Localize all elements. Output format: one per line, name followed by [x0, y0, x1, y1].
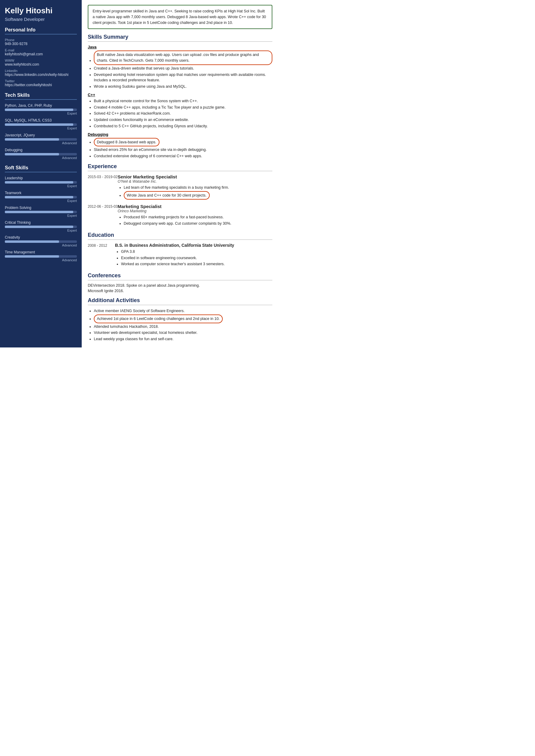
- skill-bar-bg: [5, 181, 77, 183]
- bullet-item: Created a Java-driven website that serve…: [94, 66, 272, 71]
- candidate-name: Kelly Hitoshi: [5, 6, 77, 15]
- activity-item: Volunteer web development specialist, lo…: [94, 330, 272, 336]
- exp-date: 2015-03 - 2019-02: [88, 174, 118, 201]
- additional-activities-title: Additional Activities: [88, 297, 272, 305]
- bullet-list: Built native Java data visualization web…: [88, 50, 272, 90]
- activity-item: Achieved 1st place in 6 LeetCode coding …: [94, 314, 272, 323]
- soft-skills-heading: Soft Skills: [5, 165, 77, 172]
- skill-bar-fill: [5, 138, 59, 141]
- edu-date: 2008 - 2012: [88, 243, 115, 268]
- personal-info-phone: Phone 949-300-9278: [5, 38, 77, 46]
- bullet-item: Built native Java data visualization web…: [94, 50, 272, 65]
- bullet-item: Excelled in software engineering coursew…: [121, 255, 272, 261]
- skill-bar-fill: [5, 226, 73, 228]
- skills-summary-content: Java Built native Java data visualizatio…: [88, 45, 272, 159]
- tech-skills-heading: Tech Skills: [5, 93, 77, 100]
- activity-item: Attended lumohacks Hackathon, 2018.: [94, 324, 272, 330]
- experience-title: Experience: [88, 163, 272, 171]
- main-content: Entry-level programmer skilled in Java a…: [82, 0, 278, 347]
- skill-bar-bg: [5, 123, 77, 126]
- personal-info-twitter: Twitter https://twitter.com/kellyhitoshi: [5, 79, 77, 87]
- bullet-item: Debugged company web app. Cut customer c…: [124, 221, 272, 227]
- highlighted-bullet: Wrote Java and C++ code for 30 client pr…: [124, 191, 210, 200]
- tech-skill-item: Python, Java, C#, PHP, Ruby Expert: [5, 103, 77, 115]
- bullet-item: Worked as computer science teacher's ass…: [121, 261, 272, 267]
- soft-skill-item: Teamwork Expert: [5, 191, 77, 202]
- bullet-item: Created 4 mobile C++ apps, including a T…: [94, 105, 272, 110]
- skill-bar-fill: [5, 196, 73, 198]
- exp-title: Marketing Specialist: [118, 204, 272, 209]
- activity-item: Lead weekly yoga classes for fun and sel…: [94, 336, 272, 342]
- highlighted-bullet: Debugged 8 Java-based web apps.: [94, 138, 159, 147]
- skill-bar-bg: [5, 240, 77, 243]
- tech-skill-item: Debugging Advanced: [5, 148, 77, 160]
- skill-bar-bg: [5, 153, 77, 155]
- soft-skill-item: Leadership Expert: [5, 176, 77, 188]
- bullet-item: Led team of five marketing specialists i…: [124, 185, 272, 191]
- personal-info-email: E-mail kellyhitoshi@gmail.com: [5, 48, 77, 56]
- activities-list: Active member IAENG Society of Software …: [88, 308, 272, 342]
- soft-skill-item: Problem Solving Expert: [5, 206, 77, 217]
- bullet-item: Wrote Java and C++ code for 30 client pr…: [124, 191, 272, 200]
- tech-skills-list: Python, Java, C#, PHP, Ruby Expert SQL, …: [5, 103, 77, 160]
- tech-skill-item: SQL, MySQL, HTML5, CSS3 Expert: [5, 118, 77, 130]
- bullet-item: Solved 42 C++ problems at HackerRank.com…: [94, 111, 272, 117]
- activity-item: Active member IAENG Society of Software …: [94, 308, 272, 314]
- conferences-content: DEVintersection 2018. Spoke on a panel a…: [88, 284, 272, 293]
- conference-item: DEVintersection 2018. Spoke on a panel a…: [88, 284, 272, 287]
- bullet-list: Debugged 8 Java-based web apps.Slashed e…: [88, 138, 272, 159]
- soft-skill-item: Time Management Advanced: [5, 250, 77, 262]
- highlighted-bullet: Built native Java data visualization web…: [94, 50, 272, 65]
- skill-bar-bg: [5, 255, 77, 257]
- exp-date: 2012-06 - 2015-03: [88, 204, 118, 228]
- skill-bar-bg: [5, 226, 77, 228]
- exp-title: Senior Marketing Specialist: [118, 174, 272, 179]
- activities-content: Active member IAENG Society of Software …: [88, 308, 272, 342]
- skill-category: C++ Built a physical remote control for …: [88, 93, 272, 129]
- personal-info-linkedin: LinkedIn https://www.linkedin.com/in/kel…: [5, 69, 77, 77]
- experience-item: 2012-06 - 2015-03 Marketing Specialist O…: [88, 204, 272, 228]
- summary-text: Entry-level programmer skilled in Java a…: [93, 9, 266, 25]
- personal-info-www: WWW www.kellyhitoshi.com: [5, 59, 77, 67]
- exp-company: Orinco Marketing: [118, 209, 272, 213]
- soft-skill-item: Creativity Advanced: [5, 235, 77, 247]
- bullet-list: Built a physical remote control for the …: [88, 98, 272, 129]
- experience-item: 2015-03 - 2019-02 Senior Marketing Speci…: [88, 174, 272, 201]
- bullet-item: Updated cookies functionality in an eCom…: [94, 117, 272, 123]
- soft-skills-list: Leadership Expert Teamwork Expert Proble…: [5, 176, 77, 262]
- skill-bar-fill: [5, 153, 59, 155]
- highlighted-activity: Achieved 1st place in 6 LeetCode coding …: [94, 314, 223, 323]
- edu-degree: B.S. in Business Administration, Califor…: [115, 243, 272, 248]
- skill-bar-fill: [5, 123, 73, 126]
- edu-bullets: GPA 3.8Excelled in software engineering …: [115, 249, 272, 267]
- candidate-title: Software Developer: [5, 17, 77, 22]
- skill-bar-fill: [5, 211, 73, 213]
- exp-bullets: Produced 60+ marketing projects for a fa…: [118, 214, 272, 227]
- skill-bar-bg: [5, 211, 77, 213]
- bullet-item: Wrote a working Sudoku game using Java a…: [94, 84, 272, 90]
- soft-skill-item: Critical Thinking Expert: [5, 221, 77, 232]
- skill-bar-fill: [5, 181, 73, 183]
- conferences-title: Conferences: [88, 272, 272, 280]
- bullet-item: Developed working hotel reservation syst…: [94, 72, 272, 83]
- exp-bullets: Led team of five marketing specialists i…: [118, 185, 272, 200]
- tech-skill-item: Javascript, JQuery Advanced: [5, 133, 77, 145]
- bullet-item: Slashed errors 25% for an eCommerce site…: [94, 147, 272, 153]
- conference-item: Microsoft Ignite 2016.: [88, 289, 272, 293]
- skills-summary-title: Skills Summary: [88, 34, 272, 42]
- skill-bar-fill: [5, 240, 59, 243]
- skill-bar-bg: [5, 109, 77, 111]
- skill-bar-bg: [5, 138, 77, 141]
- education-item: 2008 - 2012 B.S. in Business Administrat…: [88, 243, 272, 268]
- bullet-item: Produced 60+ marketing projects for a fa…: [124, 214, 272, 220]
- bullet-item: Conducted extensive debugging of 6 comme…: [94, 153, 272, 159]
- personal-info-heading: Personal Info: [5, 27, 77, 35]
- bullet-item: Contributed to 5 C++ GitHub projects, in…: [94, 123, 272, 129]
- skill-category: Java Built native Java data visualizatio…: [88, 45, 272, 90]
- education-content: 2008 - 2012 B.S. in Business Administrat…: [88, 243, 272, 268]
- summary-box: Entry-level programmer skilled in Java a…: [88, 5, 272, 29]
- bullet-item: GPA 3.8: [121, 249, 272, 255]
- exp-company: O'Neil & Watanabe Inc.: [118, 179, 272, 183]
- skill-bar-fill: [5, 255, 59, 257]
- skill-bar-bg: [5, 196, 77, 198]
